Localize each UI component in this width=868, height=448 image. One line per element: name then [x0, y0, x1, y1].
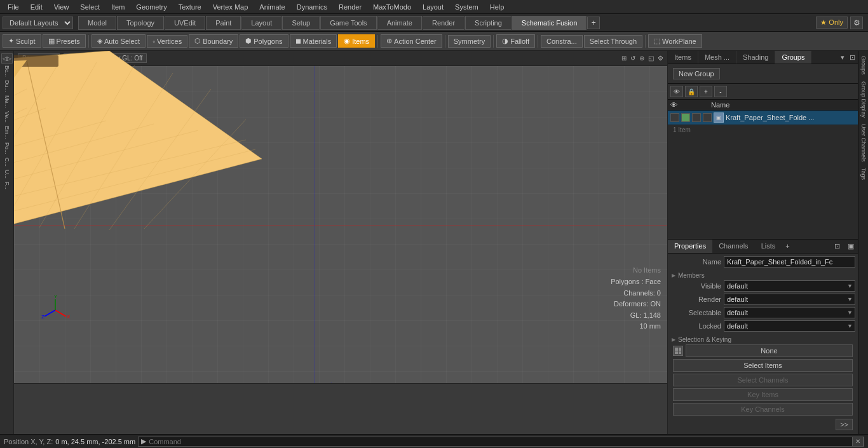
list-item[interactable]: ▣ Kraft_Paper_Sheet_Folde ... [668, 111, 858, 125]
tab-schematic-fusion[interactable]: Schematic Fusion [512, 16, 587, 30]
select-channels-button[interactable]: Select Channels [673, 374, 853, 386]
viewport-fit-icon[interactable]: ⊕ [639, 55, 644, 62]
menu-animate[interactable]: Animate [254, 2, 290, 12]
groups-panel-expand-icon[interactable]: ▾ [838, 52, 847, 63]
command-clear-button[interactable]: ✕ [852, 437, 864, 447]
menu-edit[interactable]: Edit [25, 2, 48, 12]
col-eye: 👁 [670, 101, 679, 109]
tab-uvedit[interactable]: UVEdit [165, 16, 205, 30]
locked-select[interactable]: default [724, 320, 855, 332]
tab-model[interactable]: Model [78, 16, 116, 30]
work-plane-button[interactable]: ⬚ WorkPlane [648, 34, 702, 48]
select-items-button[interactable]: Select Items [673, 359, 853, 372]
tab-items[interactable]: Items [668, 51, 698, 64]
tab-setup[interactable]: Setup [282, 16, 320, 30]
props-maximize-icon[interactable]: ▣ [844, 240, 858, 253]
viewport-settings-icon[interactable]: ⚙ [658, 55, 663, 62]
new-group-button[interactable]: New Group [673, 68, 720, 79]
tab-mesh[interactable]: Mesh ... [698, 51, 736, 64]
menu-dynamics[interactable]: Dynamics [292, 2, 332, 12]
item-lock-button[interactable] [703, 113, 712, 122]
tab-render[interactable]: Render [423, 16, 465, 30]
menu-item[interactable]: Item [106, 2, 130, 12]
name-input[interactable] [724, 256, 855, 268]
materials-button[interactable]: ◼ Materials [290, 34, 337, 48]
symmetry-button[interactable]: Symmetry [448, 35, 491, 48]
menu-select[interactable]: Select [75, 2, 105, 12]
menu-geometry[interactable]: Geometry [131, 2, 172, 12]
item-eye-button[interactable] [670, 113, 679, 122]
viewport-maximize-icon[interactable]: ⊞ [621, 55, 627, 62]
tags-tags-label[interactable]: Tags [858, 165, 868, 182]
menu-help[interactable]: Help [485, 2, 510, 12]
select-through-button[interactable]: Select Through [584, 35, 642, 48]
none-button[interactable]: None [686, 344, 853, 357]
visible-select[interactable]: default [724, 280, 855, 292]
items-button[interactable]: ◉ Items [338, 34, 375, 48]
render-select[interactable]: default [724, 294, 855, 305]
selectable-select[interactable]: default [724, 307, 855, 318]
layout-tabs: Model Topology UVEdit Paint Layout Setup… [78, 16, 816, 30]
vertices-button[interactable]: ◦ Vertices [147, 35, 187, 48]
viewport-reset-icon[interactable]: ↺ [630, 55, 635, 62]
tab-channels[interactable]: Channels [712, 240, 754, 253]
viewport-expand-icon[interactable]: ◱ [648, 55, 654, 62]
menu-file[interactable]: File [3, 2, 24, 12]
menu-layout[interactable]: Layout [417, 2, 449, 12]
remove-icon[interactable]: - [714, 86, 727, 97]
tab-animate[interactable]: Animate [377, 16, 422, 30]
polygons-button[interactable]: ⬢ Polygons [240, 34, 288, 48]
props-expand-icon[interactable]: ⊡ [831, 240, 844, 253]
command-input[interactable] [149, 438, 852, 445]
tab-paint[interactable]: Paint [206, 16, 241, 30]
tab-topology[interactable]: Topology [117, 16, 164, 30]
auto-select-button[interactable]: ◈ Auto Select [92, 34, 146, 48]
tags-groups-label[interactable]: Groups [858, 53, 868, 78]
tab-gametools[interactable]: Game Tools [320, 16, 377, 30]
viewport-canvas[interactable]: No Items Polygons : Face Channels: 0 Def… [14, 66, 667, 383]
sculpt-button[interactable]: ✦ Sculpt [3, 34, 41, 48]
menu-render[interactable]: Render [334, 2, 367, 12]
key-items-button[interactable]: Key Items [673, 388, 853, 401]
svg-line-26 [55, 310, 66, 316]
menu-texture[interactable]: Texture [173, 2, 207, 12]
col-name-header: Name [711, 101, 855, 109]
menu-view[interactable]: View [49, 2, 74, 12]
item-sel-button[interactable] [692, 113, 701, 122]
falloff-button[interactable]: ◑ Falloff [496, 34, 535, 48]
add-layout-tab-button[interactable]: + [587, 17, 600, 29]
polygons-info: Polygons : Face [611, 276, 661, 288]
keying-grid-icon[interactable] [673, 346, 683, 356]
action-center-button[interactable]: ⊕ Action Center [381, 34, 442, 48]
tags-user-channels-label[interactable]: User Channels [858, 121, 868, 165]
paper-mesh-svg [14, 51, 262, 254]
menu-system[interactable]: System [450, 2, 484, 12]
locked-select-wrap: default [724, 320, 855, 332]
tab-shading[interactable]: Shading [736, 51, 775, 64]
star-only-button[interactable]: ★ Only [816, 17, 848, 29]
eye-icon[interactable]: 👁 [670, 86, 683, 97]
tab-properties[interactable]: Properties [668, 240, 712, 253]
constraints-button[interactable]: Constra... [541, 35, 583, 48]
sidebar-toggle[interactable]: ◁▷ [1, 53, 13, 64]
presets-button[interactable]: ▦ Presets [43, 34, 86, 48]
tab-lists[interactable]: Lists [755, 240, 782, 253]
sculpt-icon: ✦ [8, 37, 14, 45]
boundary-button[interactable]: ⬡ Boundary [189, 34, 238, 48]
tab-layout[interactable]: Layout [241, 16, 281, 30]
settings-icon[interactable]: ⚙ [850, 17, 863, 29]
menu-vertexmap[interactable]: Vertex Map [208, 2, 254, 12]
add-icon[interactable]: + [700, 86, 712, 97]
menu-maxtomodo[interactable]: MaxToModo [368, 2, 416, 12]
layout-selector[interactable]: Default Layouts [3, 17, 73, 29]
groups-panel-maximize-icon[interactable]: ⊡ [847, 52, 858, 63]
tab-groups[interactable]: Groups [775, 51, 811, 64]
key-channels-button[interactable]: Key Channels [673, 403, 853, 416]
tags-group-display-label[interactable]: Group Display [858, 79, 868, 120]
item-render-button[interactable] [681, 113, 690, 122]
keying-dot-2 [679, 348, 682, 351]
lock-icon[interactable]: 🔒 [685, 86, 698, 97]
tab-add-button[interactable]: + [782, 240, 793, 253]
more-button[interactable]: >> [836, 419, 853, 430]
tab-scripting[interactable]: Scripting [465, 16, 512, 30]
